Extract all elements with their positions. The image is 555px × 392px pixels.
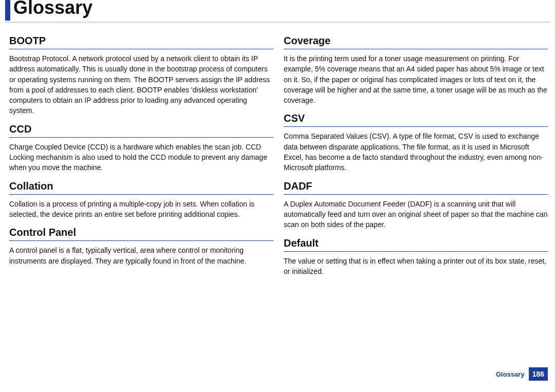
term-rule xyxy=(284,251,548,252)
content-columns: BOOTP Bootstrap Protocol. A network prot… xyxy=(0,26,555,284)
glossary-definition: Charge Coupled Device (CCD) is a hardwar… xyxy=(9,142,273,173)
page-header: Glossary xyxy=(0,0,555,26)
term-rule xyxy=(9,194,273,195)
glossary-definition: A Duplex Automatic Document Feeder (DADF… xyxy=(284,199,548,230)
term-rule xyxy=(284,49,548,49)
glossary-definition: A control panel is a flat, typically ver… xyxy=(9,245,273,266)
page-number: 186 xyxy=(529,367,548,381)
glossary-entry: DADF A Duplex Automatic Document Feeder … xyxy=(284,180,548,230)
glossary-entry: Default The value or setting that is in … xyxy=(284,237,548,277)
glossary-term: Control Panel xyxy=(9,227,273,238)
column-left: BOOTP Bootstrap Protocol. A network prot… xyxy=(9,35,281,284)
glossary-entry: Collation Collation is a process of prin… xyxy=(9,180,273,220)
glossary-entry: Coverage It is the printing term used fo… xyxy=(284,35,548,105)
footer-section-label: Glossary xyxy=(496,370,525,378)
glossary-entry: BOOTP Bootstrap Protocol. A network prot… xyxy=(9,35,273,116)
term-rule xyxy=(9,240,273,241)
header-accent-bar xyxy=(5,0,10,21)
glossary-term: CCD xyxy=(9,123,273,135)
glossary-definition: Comma Separated Values (CSV). A type of … xyxy=(284,131,548,173)
glossary-term: Default xyxy=(284,237,548,249)
glossary-definition: The value or setting that is in effect w… xyxy=(284,256,548,277)
header-underline xyxy=(5,22,550,23)
glossary-entry: CCD Charge Coupled Device (CCD) is a har… xyxy=(9,123,273,173)
glossary-definition: It is the printing term used for a toner… xyxy=(284,53,548,105)
glossary-definition: Collation is a process of printing a mul… xyxy=(9,199,273,220)
glossary-term: DADF xyxy=(284,180,548,192)
term-rule xyxy=(284,126,548,127)
column-right: Coverage It is the printing term used fo… xyxy=(281,35,548,284)
term-rule xyxy=(284,194,548,195)
glossary-definition: Bootstrap Protocol. A network protocol u… xyxy=(9,53,273,116)
term-rule xyxy=(9,49,273,49)
glossary-term: BOOTP xyxy=(9,35,273,47)
glossary-term: CSV xyxy=(284,113,548,124)
glossary-entry: Control Panel A control panel is a flat,… xyxy=(9,227,273,266)
glossary-term: Coverage xyxy=(284,35,548,47)
page-footer: Glossary 186 xyxy=(496,367,548,381)
glossary-term: Collation xyxy=(9,180,273,192)
page-title: Glossary xyxy=(13,0,92,18)
term-rule xyxy=(9,137,273,138)
glossary-entry: CSV Comma Separated Values (CSV). A type… xyxy=(284,113,548,173)
